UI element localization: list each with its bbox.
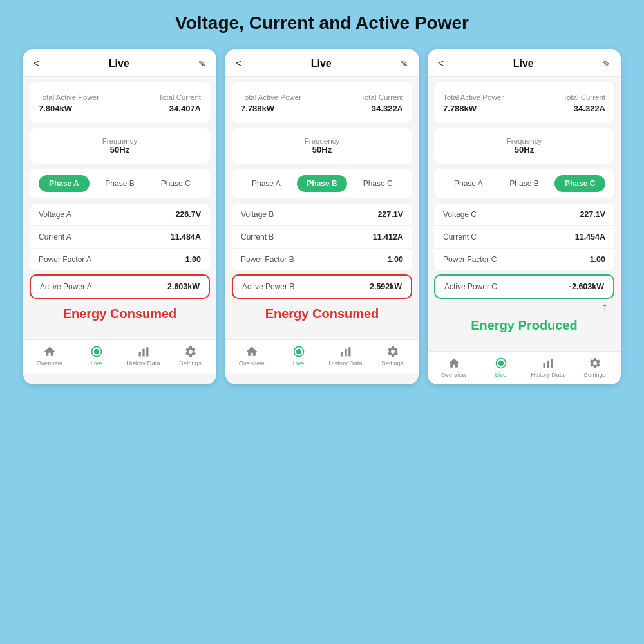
svg-point-1 [94, 350, 99, 354]
nav-label: Overview [441, 371, 467, 378]
total-current-label: Total Current [563, 93, 605, 101]
home-icon [43, 345, 56, 358]
metric-value: 1.00 [388, 255, 403, 264]
phone-2: < Live ✎ Total Active Power 7.788kW Tota… [428, 49, 621, 384]
phone-body: Total Active Power 7.804kW Total Current… [23, 82, 216, 373]
back-button[interactable]: < [33, 58, 39, 70]
active-power-label: Active Power A [40, 282, 92, 291]
total-active-power-label: Total Active Power [241, 93, 301, 101]
phase-tab-phase-a[interactable]: Phase A [39, 175, 90, 192]
nav-label: Live [293, 359, 304, 366]
metric-label: Voltage C [443, 210, 477, 219]
power-current-row: Total Active Power 7.804kW Total Current… [39, 88, 201, 117]
svg-rect-2 [138, 352, 140, 357]
phone-header: < Live ✎ [23, 49, 216, 77]
metric-label: Power Factor B [241, 255, 294, 264]
active-power-label: Active Power B [242, 282, 294, 291]
phase-tab-phase-b[interactable]: Phase B [499, 175, 550, 192]
nav-item-live[interactable]: Live [73, 345, 120, 366]
nav-item-live[interactable]: Live [275, 345, 322, 366]
metric-label: Power Factor C [443, 255, 497, 264]
live-icon [90, 345, 103, 358]
phase-tab-phase-c[interactable]: Phase C [554, 175, 605, 192]
nav-item-history-data[interactable]: History Data [524, 357, 571, 378]
history-data-icon [339, 345, 352, 358]
metric-label: Current B [241, 232, 274, 242]
metric-row-0: Voltage A 226.7V [30, 204, 210, 226]
svg-rect-3 [142, 349, 144, 357]
phase-tab-phase-b[interactable]: Phase B [297, 175, 348, 192]
nav-item-history-data[interactable]: History Data [120, 345, 167, 366]
svg-point-11 [498, 361, 503, 366]
total-active-power: Total Active Power 7.788kW [241, 91, 301, 114]
power-current-row: Total Active Power 7.788kW Total Current… [241, 88, 403, 117]
phones-container: < Live ✎ Total Active Power 7.804kW Tota… [13, 49, 631, 384]
home-icon [245, 345, 258, 358]
back-button[interactable]: < [438, 58, 444, 70]
nav-item-overview[interactable]: Overview [26, 345, 73, 366]
svg-rect-4 [146, 347, 148, 356]
settings-icon [386, 345, 399, 358]
metrics-section: Voltage B 227.1V Current B 11.412A Power… [232, 204, 412, 270]
phase-tabs: Phase APhase BPhase C [30, 169, 210, 198]
total-current: Total Current 34.322A [563, 91, 605, 114]
metric-label: Current C [443, 232, 477, 242]
phase-tab-phase-c[interactable]: Phase C [352, 175, 403, 192]
svg-point-6 [296, 350, 301, 354]
svg-rect-9 [348, 347, 350, 356]
phase-tab-phase-c[interactable]: Phase C [150, 175, 201, 192]
total-current-value: 34.322A [372, 104, 403, 113]
active-power-value: -2.603kW [569, 282, 604, 291]
power-current-section: Total Active Power 7.804kW Total Current… [30, 82, 210, 123]
phase-tabs: Phase APhase BPhase C [434, 169, 614, 198]
frequency-value: 50Hz [241, 145, 403, 155]
phone-body: Total Active Power 7.788kW Total Current… [428, 82, 621, 384]
nav-label: Live [91, 359, 102, 366]
edit-button[interactable]: ✎ [603, 59, 611, 69]
back-button[interactable]: < [236, 58, 242, 70]
edit-button[interactable]: ✎ [198, 59, 206, 69]
total-active-power-label: Total Active Power [443, 93, 504, 101]
active-power-row: Active Power A 2.603kW [30, 274, 210, 299]
home-icon [448, 357, 460, 370]
svg-rect-14 [551, 359, 553, 368]
nav-label: Settings [381, 359, 403, 366]
phone-1: < Live ✎ Total Active Power 7.788kW Tota… [225, 49, 419, 384]
nav-label: Settings [179, 359, 201, 366]
nav-item-live[interactable]: Live [477, 357, 524, 378]
metric-row-1: Current A 11.484A [30, 226, 210, 249]
nav-item-overview[interactable]: Overview [430, 357, 477, 378]
edit-button[interactable]: ✎ [401, 59, 408, 69]
metric-label: Power Factor A [39, 255, 91, 264]
phase-tab-phase-b[interactable]: Phase B [95, 175, 146, 192]
total-active-power: Total Active Power 7.804kW [39, 91, 99, 114]
nav-label: Overview [239, 359, 265, 366]
nav-item-settings[interactable]: Settings [167, 345, 214, 366]
active-power-row: Active Power C -2.603kW [434, 274, 614, 299]
nav-item-settings[interactable]: Settings [571, 357, 618, 378]
phone-header: < Live ✎ [225, 49, 419, 77]
metric-value: 227.1V [580, 210, 605, 219]
nav-item-history-data[interactable]: History Data [322, 345, 369, 366]
active-power-row: Active Power B 2.592kW [232, 274, 412, 299]
header-title: Live [311, 58, 332, 70]
nav-item-overview[interactable]: Overview [228, 345, 275, 366]
phone-body: Total Active Power 7.788kW Total Current… [225, 82, 419, 373]
svg-rect-13 [547, 361, 549, 368]
metric-row-0: Voltage C 227.1V [434, 204, 614, 226]
arrow-container: ↑ [428, 300, 621, 313]
annotation-label: Energy Consumed [232, 305, 412, 323]
phase-tab-phase-a[interactable]: Phase A [241, 175, 292, 192]
frequency-section: Frequency 50Hz [232, 128, 412, 164]
frequency-section: Frequency 50Hz [434, 128, 614, 164]
phone-header: < Live ✎ [428, 49, 621, 77]
total-active-power-label: Total Active Power [39, 93, 99, 101]
frequency-label: Frequency [443, 137, 605, 145]
metric-row-2: Power Factor B 1.00 [232, 249, 412, 270]
nav-item-settings[interactable]: Settings [369, 345, 416, 366]
total-current-label: Total Current [158, 93, 201, 101]
frequency: Frequency 50Hz [443, 135, 605, 157]
phase-tab-phase-a[interactable]: Phase A [443, 175, 494, 192]
total-current: Total Current 34.322A [361, 91, 403, 114]
metrics-section: Voltage A 226.7V Current A 11.484A Power… [30, 204, 210, 270]
